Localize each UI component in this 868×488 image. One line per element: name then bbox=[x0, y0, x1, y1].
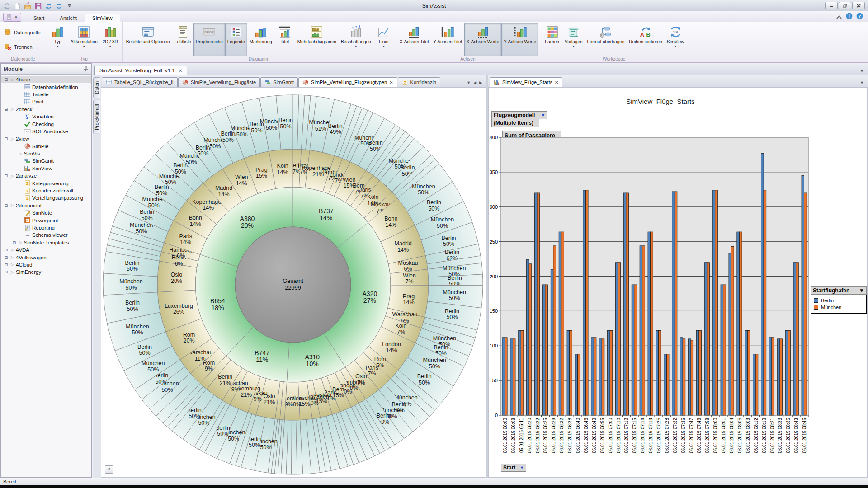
bar-Berlin-07:25[interactable] bbox=[656, 330, 659, 415]
filter-value[interactable]: (Multiple Items) bbox=[491, 119, 539, 127]
tree-item-reporting[interactable]: Reporting bbox=[1, 224, 91, 231]
side-tab-daten[interactable]: Daten bbox=[93, 77, 100, 98]
right-pane-tab[interactable]: SimView_Flüge_Starts ✕ bbox=[490, 77, 562, 87]
bar-Berlin-07:32[interactable] bbox=[672, 192, 675, 415]
tree-expander-icon[interactable]: ⊞ bbox=[12, 240, 17, 245]
bar-München-07:47[interactable] bbox=[691, 340, 693, 415]
view-tab-dropdown-icon[interactable]: ▼ bbox=[467, 80, 471, 85]
bar-Berlin-07:19[interactable] bbox=[648, 232, 651, 415]
2d-3d-dropdown-icon[interactable]: ▼ bbox=[108, 45, 112, 48]
bar-München-08:12[interactable] bbox=[755, 354, 758, 415]
bar-Berlin-07:16[interactable] bbox=[640, 246, 642, 415]
x-achsen-werte-button[interactable]: X-Achsen Werte bbox=[464, 23, 502, 56]
view-tab-tabelle-sql-r-ckgabe-ii[interactable]: Tabelle_SQL_Rückgabe_II bbox=[102, 77, 178, 87]
bar-München-06:49[interactable] bbox=[594, 338, 596, 415]
restore-button[interactable] bbox=[839, 2, 851, 9]
bar-München-06:08[interactable] bbox=[513, 339, 515, 415]
bar-Berlin-06:11[interactable] bbox=[519, 330, 521, 415]
y-achsen-werte-button[interactable]: Y-Achsen Werte bbox=[501, 23, 538, 56]
bar-Berlin-08:46[interactable] bbox=[802, 176, 804, 415]
tree-item-variablen[interactable]: Variablen bbox=[1, 113, 91, 120]
bar-München-07:36[interactable] bbox=[683, 339, 685, 415]
typ-button[interactable]: Typ▼ bbox=[47, 23, 68, 56]
tree-arrow-icon[interactable]: ▷ bbox=[10, 107, 14, 111]
tree-item-datenbankdefinition[interactable]: Datenbankdefinition bbox=[1, 83, 91, 90]
pin-icon[interactable] bbox=[83, 66, 89, 73]
close-view-tab-icon[interactable]: ✕ bbox=[389, 80, 393, 85]
linie-dropdown-icon[interactable]: ▼ bbox=[382, 45, 385, 48]
scroll-tabs-left-icon[interactable]: ◀ bbox=[473, 80, 476, 85]
bar-München-07:15[interactable] bbox=[634, 285, 637, 415]
tree-arrow-icon[interactable]: ▷ bbox=[18, 240, 23, 244]
bar-Berlin-06:40[interactable] bbox=[575, 354, 578, 415]
scroll-tabs-right-icon[interactable]: ▶ bbox=[479, 80, 482, 85]
bar-München-07:10[interactable] bbox=[618, 263, 621, 415]
bar-München-06:56[interactable] bbox=[602, 339, 604, 415]
sunburst-chart[interactable]: B73714%Berlin7%Prag7%Kopenhagen21%Münche… bbox=[101, 88, 486, 476]
tree-expander-icon[interactable]: ⊞ bbox=[4, 270, 9, 274]
bar-Berlin-06:20[interactable] bbox=[527, 260, 529, 415]
bar-Berlin-08:43[interactable] bbox=[793, 263, 796, 415]
minimize-button[interactable] bbox=[825, 2, 838, 9]
view-tab-simgantt[interactable]: SimGantt bbox=[260, 77, 298, 87]
bar-München-07:58[interactable] bbox=[707, 263, 710, 415]
bar-Berlin-06:49[interactable] bbox=[591, 338, 594, 415]
bar-München-07:00[interactable] bbox=[610, 330, 613, 415]
beschriftungen-button[interactable]: 123Beschriftungen▼ bbox=[339, 23, 373, 56]
bar-Berlin-06:32[interactable] bbox=[559, 232, 561, 415]
bar-München-08:33[interactable] bbox=[780, 339, 783, 415]
bar-München-08:09[interactable] bbox=[747, 330, 750, 415]
bar-München-06:22[interactable] bbox=[537, 193, 540, 415]
tree-item-verteilungsanpassung[interactable]: ΣVerteilungsanpassung bbox=[1, 194, 91, 202]
bar-München-06:25[interactable] bbox=[545, 285, 548, 415]
help-icon[interactable]: ? bbox=[856, 13, 863, 21]
bar-Berlin-08:12[interactable] bbox=[753, 354, 756, 415]
tree-item-simgantt[interactable]: SimGantt bbox=[1, 157, 91, 164]
collapse-ribbon-icon[interactable] bbox=[836, 13, 842, 21]
tree-arrow-icon[interactable]: ▷ bbox=[10, 137, 14, 141]
filter-dropdown-icon[interactable]: ▼ bbox=[541, 113, 545, 117]
view-tab-konfidenzin[interactable]: ΣKonfidenzin bbox=[398, 77, 441, 87]
bar-München-06:20[interactable] bbox=[529, 264, 532, 415]
ribbon-tab-start[interactable]: Start bbox=[26, 14, 52, 22]
bar-Berlin-07:47[interactable] bbox=[688, 339, 691, 415]
tree-item-konfidenzintervall[interactable]: ΣKonfidenzintervall bbox=[1, 187, 91, 194]
dropbereiche-button[interactable]: DROPDropbereiche bbox=[193, 23, 225, 56]
bar-Berlin-06:28[interactable] bbox=[551, 269, 553, 415]
tree-expander-icon[interactable]: ⊟ bbox=[4, 174, 9, 178]
bar-München-06:28[interactable] bbox=[553, 246, 556, 415]
tree-arrow-icon[interactable]: ▷ bbox=[10, 263, 14, 267]
bar-München-07:28[interactable] bbox=[666, 354, 669, 415]
bar-München-07:25[interactable] bbox=[659, 330, 661, 415]
2d-3d-button[interactable]: 2D / 3D▼ bbox=[100, 23, 121, 56]
x-achsen-titel-button[interactable]: X-Achsen Titel bbox=[397, 23, 431, 56]
bar-München-08:01[interactable] bbox=[723, 285, 726, 415]
bar-Berlin-08:21[interactable] bbox=[769, 338, 772, 415]
markierung-button[interactable]: Markierung bbox=[247, 23, 274, 56]
tree-item-simnote-templates[interactable]: ⊞▷SimNote Templates bbox=[1, 239, 91, 246]
legende-button[interactable]: Legende bbox=[225, 23, 247, 56]
tree-arrow-icon[interactable]: ▷ bbox=[10, 203, 14, 207]
bar-München-07:19[interactable] bbox=[651, 232, 653, 415]
tree-item-4cloud[interactable]: ⊞▷4Cloud bbox=[1, 261, 91, 268]
tree-expander-icon[interactable]: ⊞ bbox=[4, 263, 9, 267]
tree-item-checking[interactable]: Checking bbox=[1, 120, 91, 127]
tree-expander-icon[interactable]: ⊞ bbox=[4, 255, 9, 260]
tree-item-powerpoint[interactable]: Powerpoint bbox=[1, 216, 91, 224]
akkumulation-button[interactable]: Akkumulation▼ bbox=[68, 23, 100, 56]
tree-item-4base[interactable]: ⊟▷4base bbox=[1, 76, 91, 83]
bar-Berlin-06:46[interactable] bbox=[583, 190, 586, 415]
close-button[interactable] bbox=[852, 2, 865, 9]
y-achsen-titel-button[interactable]: Y-Achsen Titel bbox=[431, 23, 464, 56]
befehle-und-optionen-button[interactable]: Befehle und Optionen bbox=[124, 23, 172, 56]
document-tab[interactable]: SimAssist_Vorstellung_Full_v1.1 ✕ bbox=[94, 66, 187, 75]
info-icon[interactable]: i bbox=[846, 13, 853, 21]
ribbon-tab-ansicht[interactable]: Ansicht bbox=[52, 14, 85, 22]
bar-München-08:21[interactable] bbox=[772, 338, 774, 415]
bar-Berlin-07:10[interactable] bbox=[615, 263, 618, 415]
tree-expander-icon[interactable]: ⊟ bbox=[4, 107, 9, 112]
bar-München-08:36[interactable] bbox=[788, 330, 791, 415]
bar-München-06:46[interactable] bbox=[585, 190, 588, 415]
bar-München-08:00[interactable] bbox=[715, 190, 718, 415]
datenquelle-button[interactable]: Datenquelle bbox=[2, 28, 44, 38]
